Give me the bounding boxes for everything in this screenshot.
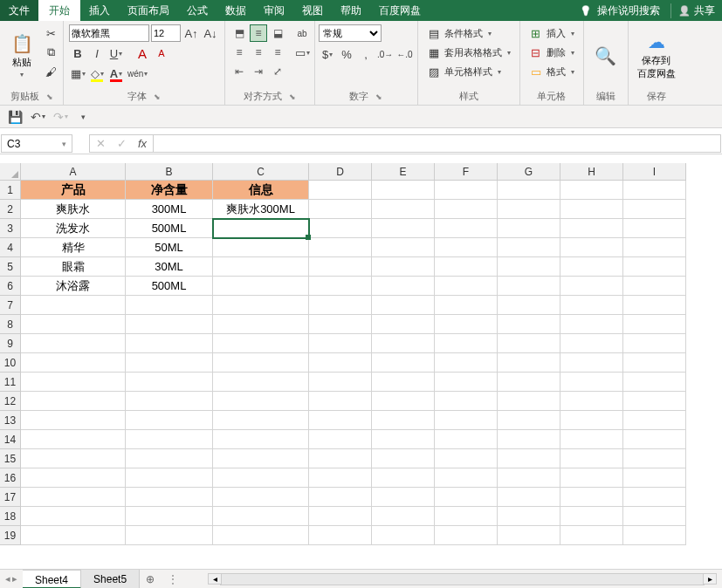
header-cell-1[interactable]: 净含量	[126, 181, 213, 200]
row-header-19[interactable]: 19	[0, 526, 21, 545]
cell-F17[interactable]	[435, 488, 498, 507]
share-button[interactable]: 共享	[670, 3, 722, 18]
cell-H7[interactable]	[560, 296, 623, 315]
worksheet-grid[interactable]: ABCDEFGHI 12345678910111213141516171819 …	[0, 163, 722, 564]
cell-E8[interactable]	[372, 315, 435, 334]
font-name-select[interactable]	[69, 24, 149, 42]
fill-handle[interactable]	[306, 235, 311, 240]
cell-E2[interactable]	[372, 200, 435, 219]
row-header-7[interactable]: 7	[0, 296, 21, 315]
cell-I7[interactable]	[623, 296, 686, 315]
cell-H3[interactable]	[560, 219, 623, 238]
cell-D2[interactable]	[309, 200, 372, 219]
row-header-9[interactable]: 9	[0, 334, 21, 353]
cell-H12[interactable]	[560, 392, 623, 411]
cell-B12[interactable]	[126, 392, 213, 411]
cell-D8[interactable]	[309, 315, 372, 334]
cell-C15[interactable]	[213, 449, 309, 468]
cell-F7[interactable]	[435, 296, 498, 315]
cell-I10[interactable]	[623, 353, 686, 373]
cell-F6[interactable]	[435, 277, 498, 296]
cell-D13[interactable]	[309, 411, 372, 430]
merge-button[interactable]: ▭	[293, 44, 311, 61]
cell-C14[interactable]	[213, 430, 309, 449]
cell-A13[interactable]	[21, 411, 126, 430]
data-cell-r5-c1[interactable]: 30ML	[126, 257, 213, 277]
cell-F11[interactable]	[435, 373, 498, 392]
cell-E18[interactable]	[372, 507, 435, 526]
decrease-decimal[interactable]: ←.0	[395, 45, 413, 63]
cell-F10[interactable]	[435, 353, 498, 373]
cell-F8[interactable]	[435, 315, 498, 334]
cell-G11[interactable]	[498, 373, 560, 392]
font-expand[interactable]: ⬊	[154, 92, 161, 101]
sheet-options[interactable]: ⋮	[161, 573, 185, 585]
cell-H8[interactable]	[560, 315, 623, 334]
cell-I8[interactable]	[623, 315, 686, 334]
cell-C13[interactable]	[213, 411, 309, 430]
undo-button[interactable]: ↶	[28, 107, 47, 126]
indent-increase[interactable]: ⇥	[250, 63, 267, 80]
select-all-corner[interactable]	[0, 163, 21, 181]
col-header-H[interactable]: H	[560, 163, 623, 181]
cell-H2[interactable]	[560, 200, 623, 219]
data-cell-r5-c0[interactable]: 眼霜	[21, 257, 126, 277]
cell-G16[interactable]	[498, 468, 560, 488]
find-select-button[interactable]: 🔍	[588, 23, 624, 88]
cell-A8[interactable]	[21, 315, 126, 334]
cell-F12[interactable]	[435, 392, 498, 411]
paste-button[interactable]: 📋 粘贴 ▾	[3, 23, 40, 88]
accounting-button[interactable]: $	[319, 45, 336, 63]
cell-H9[interactable]	[560, 334, 623, 353]
save-baidu-button[interactable]: ☁ 保存到百度网盘	[632, 23, 681, 88]
cell-H19[interactable]	[560, 526, 623, 545]
formula-input[interactable]	[153, 134, 721, 153]
align-top[interactable]: ⬒	[230, 24, 248, 42]
cell-A12[interactable]	[21, 392, 126, 411]
cell-G17[interactable]	[498, 488, 560, 507]
wrap-text-button[interactable]: ab	[293, 24, 311, 42]
cell-E16[interactable]	[372, 468, 435, 488]
cell-G8[interactable]	[498, 315, 560, 334]
border-button[interactable]: ▦	[69, 65, 86, 82]
cell-D12[interactable]	[309, 392, 372, 411]
row-header-10[interactable]: 10	[0, 353, 21, 373]
cell-I11[interactable]	[623, 373, 686, 392]
save-button[interactable]: 💾	[5, 107, 24, 126]
decrease-font-button[interactable]: A↓	[202, 24, 219, 42]
data-cell-r2-c0[interactable]: 爽肤水	[21, 200, 126, 219]
menu-tab-7[interactable]: 帮助	[332, 0, 370, 21]
cell-H11[interactable]	[560, 373, 623, 392]
col-header-C[interactable]: C	[213, 163, 309, 181]
cell-E6[interactable]	[372, 277, 435, 296]
cell-H5[interactable]	[560, 257, 623, 277]
percent-button[interactable]: %	[338, 45, 355, 63]
cell-D7[interactable]	[309, 296, 372, 315]
cell-B18[interactable]	[126, 507, 213, 526]
cell-D17[interactable]	[309, 488, 372, 507]
cell-B7[interactable]	[126, 296, 213, 315]
cell-I4[interactable]	[623, 238, 686, 257]
cell-D15[interactable]	[309, 449, 372, 468]
cell-B13[interactable]	[126, 411, 213, 430]
cell-I14[interactable]	[623, 430, 686, 449]
cell-G9[interactable]	[498, 334, 560, 353]
col-header-E[interactable]: E	[372, 163, 435, 181]
cell-D18[interactable]	[309, 507, 372, 526]
cell-G2[interactable]	[498, 200, 560, 219]
menu-tab-8[interactable]: 百度网盘	[370, 0, 430, 21]
cell-I16[interactable]	[623, 468, 686, 488]
col-header-F[interactable]: F	[435, 163, 498, 181]
data-cell-r6-c0[interactable]: 沐浴露	[21, 277, 126, 296]
conditional-format-button[interactable]: ▤条件格式	[423, 24, 514, 42]
cell-C7[interactable]	[213, 296, 309, 315]
cell-G13[interactable]	[498, 411, 560, 430]
font-shrink-icon[interactable]: A	[153, 44, 170, 62]
menu-tab-4[interactable]: 数据	[217, 0, 255, 21]
cell-A16[interactable]	[21, 468, 126, 488]
increase-decimal[interactable]: .0→	[376, 45, 394, 63]
redo-button[interactable]: ↷	[51, 107, 70, 126]
fx-button[interactable]: fx	[132, 137, 153, 150]
row-header-15[interactable]: 15	[0, 449, 21, 468]
row-header-2[interactable]: 2	[0, 200, 21, 219]
